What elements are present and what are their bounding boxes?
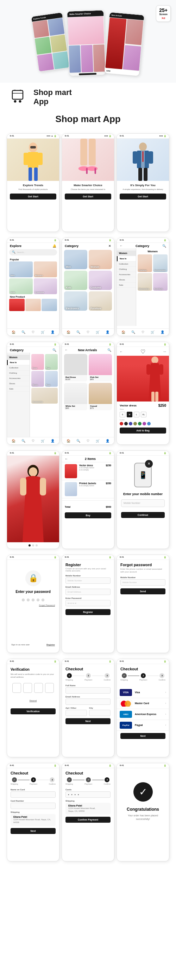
cart-icon[interactable]: 🛒 [41,331,45,334]
home-nav-2[interactable]: 🏠 [67,439,70,443]
product-thumb-3[interactable] [42,299,57,311]
send-btn[interactable]: Send [120,589,165,594]
sidebar-accessories[interactable]: Accessories [117,272,136,277]
sidebar-collection[interactable]: Collection [117,261,136,267]
amex-option[interactable]: AMEX American Express › [117,709,169,720]
sidebar-new-in[interactable]: New In [117,256,136,261]
paypal-option[interactable]: PayPal Paypal › [117,720,169,731]
reg-email-input[interactable]: Email Address [66,589,110,595]
arrival-1[interactable]: Red Dress $120 [64,354,87,382]
size-xl[interactable]: XL [141,412,146,417]
register-btn[interactable]: Register [66,609,110,615]
reg-mobile-input[interactable]: Mobile Number [66,578,110,584]
women-item-3[interactable]: Shoes [31,371,44,387]
search-icon[interactable]: 🔍 [21,331,26,334]
cat-main-women[interactable]: Women [89,250,112,269]
size-l[interactable]: L [134,412,139,417]
continue-btn[interactable]: Continue [121,512,165,518]
heart-nav-2[interactable]: ♡ [86,439,90,443]
cart-nav[interactable]: 🛒 [41,439,45,443]
content-shoes[interactable]: Electronics [138,273,152,291]
women-item-5[interactable]: Accessories [31,388,58,404]
profile-nav-2[interactable]: 👤 [106,439,109,443]
profile-nav[interactable]: 👤 [51,439,54,443]
home-icon-3[interactable]: 🏠 [122,331,125,334]
size-s[interactable]: S [120,412,125,417]
search-icon-2[interactable]: 🔍 [77,331,80,334]
content-accessories[interactable]: Accessories [153,255,168,272]
cat-main-furniture[interactable]: Furniture [89,291,112,311]
color-green[interactable] [138,422,141,425]
get-start-btn-2[interactable]: Get Start [65,194,111,199]
cart-nav-2[interactable]: 🛒 [96,439,99,443]
cart-icon-2[interactable]: 🛒 [96,331,99,334]
cat-costume[interactable]: Costume [34,278,58,294]
checkout-next-btn-1[interactable]: Next [66,718,110,724]
color-purple[interactable] [142,422,146,425]
profile-icon-3[interactable]: 👤 [160,331,165,334]
heart-icon[interactable]: ♡ [32,331,35,334]
search-bar[interactable]: 🔍 Search... [9,249,57,256]
cart-icon-3[interactable]: 🛒 [150,331,155,334]
arrival-2[interactable]: Pink Set $85 [89,354,112,382]
full-name-input[interactable] [66,687,110,694]
product-thumb-1[interactable] [9,299,25,311]
women-item-2[interactable]: Tops [45,354,58,370]
mastercard-option[interactable]: Master Card › [117,698,169,709]
forgot-mobile-input[interactable]: Mobile Number [120,579,165,585]
reg-password-input[interactable]: ● ● ● ● ● [66,600,110,606]
buy-btn[interactable]: Buy [65,512,111,518]
profile-icon-2[interactable]: 👤 [106,331,109,334]
cat-main-kids[interactable]: Kids [64,270,87,290]
apt-input[interactable] [66,710,87,716]
content-bags[interactable]: Furniture [153,273,168,291]
cat-men[interactable]: Men [9,261,33,277]
resend-link[interactable]: Resend [30,700,37,702]
otp-4[interactable] [45,683,54,693]
sidebar-shoes[interactable]: Shoes [117,277,136,283]
visa-option[interactable]: VISA Visa › [117,687,169,698]
sidebar-sale[interactable]: Sale [117,283,136,288]
forgot-link[interactable]: Forgot Password [11,604,55,606]
otp-1[interactable] [12,683,21,693]
cat-main-electronics[interactable]: Electronics [64,291,87,311]
home-icon-2[interactable]: 🏠 [67,331,70,334]
confirm-payment-btn[interactable]: Confirm Payment [66,817,110,823]
search-nav[interactable]: 🔍 [21,439,26,443]
color-olive[interactable] [133,422,137,425]
color-lightblue[interactable] [147,422,150,425]
heart-nav[interactable]: ♡ [32,439,35,443]
content-clothing[interactable]: Clothing [138,255,152,272]
search-icon-3[interactable]: 🔍 [131,331,135,334]
email-input[interactable] [66,698,110,705]
color-black[interactable] [124,422,128,425]
otp-3[interactable] [34,683,43,693]
heart-icon-2[interactable]: ♡ [86,331,90,334]
product-thumb-2[interactable] [26,299,41,311]
color-red[interactable] [120,422,123,425]
cat-main-costume[interactable]: Costume [89,270,112,290]
card-name-input[interactable] [11,791,56,798]
arrival-4[interactable]: Casual $75 [89,383,112,410]
home-nav[interactable]: 🏠 [11,439,16,443]
cat-women[interactable]: Women [34,261,58,277]
size-m[interactable]: M [127,412,132,417]
sidebar-clothing[interactable]: Clothing [117,267,136,272]
women-item-4[interactable]: Bags [45,371,58,387]
search-nav-2[interactable]: 🔍 [77,439,80,443]
home-icon[interactable]: 🏠 [11,331,16,334]
women-item-1[interactable]: Dress [31,354,44,370]
cat-main-men[interactable]: Men [64,250,87,269]
mobile-number-input[interactable]: Mobile Number [121,500,165,507]
verification-btn[interactable]: Verification [11,708,56,714]
checkout-next-btn-3[interactable]: Next [11,828,56,834]
card-number-input[interactable] [11,803,56,809]
heart-icon-3[interactable]: ♡ [141,331,144,334]
profile-icon[interactable]: 👤 [51,331,54,334]
get-start-btn-1[interactable]: Get Start [10,194,56,199]
register-link[interactable]: Register [46,644,55,646]
get-start-btn-3[interactable]: Get Start [120,194,166,199]
color-blue[interactable] [129,422,132,425]
otp-2[interactable] [23,683,32,693]
city-input[interactable] [89,710,110,716]
